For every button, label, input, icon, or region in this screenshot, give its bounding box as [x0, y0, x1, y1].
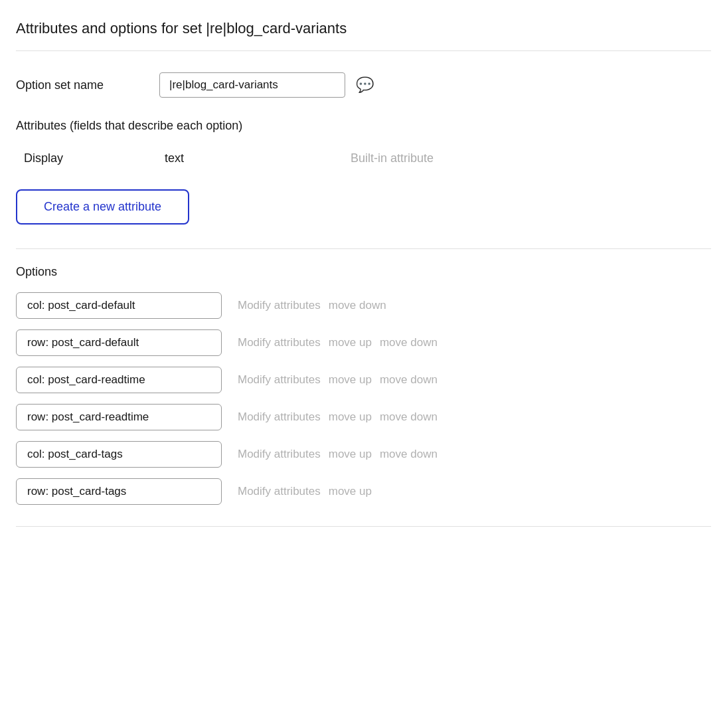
attributes-table: Display text Built-in attribute — [16, 146, 711, 171]
action-link-move-up[interactable]: move up — [329, 485, 372, 498]
options-heading: Options — [16, 265, 711, 279]
options-list: col: post_card-defaultModify attributesm… — [16, 292, 711, 505]
option-item: col: post_card-defaultModify attributesm… — [16, 292, 711, 319]
option-item: col: post_card-tagsModify attributesmove… — [16, 441, 711, 468]
option-set-name-input[interactable] — [159, 72, 345, 98]
option-set-name-row: Option set name 💬 — [16, 72, 711, 98]
action-link-move-down[interactable]: move down — [380, 373, 438, 387]
option-item: row: post_card-readtimeModify attributes… — [16, 404, 711, 430]
option-actions: Modify attributesmove upmove down — [238, 373, 438, 387]
action-link-Modify-attributes[interactable]: Modify attributes — [238, 410, 321, 424]
option-actions: Modify attributesmove up — [238, 485, 372, 498]
chat-icon[interactable]: 💬 — [356, 76, 374, 94]
attribute-type: text — [151, 151, 351, 165]
option-item: row: post_card-defaultModify attributesm… — [16, 329, 711, 356]
create-attribute-button[interactable]: Create a new attribute — [16, 189, 189, 225]
option-item: col: post_card-readtimeModify attributes… — [16, 367, 711, 393]
divider — [16, 248, 711, 249]
attribute-builtin-label: Built-in attribute — [351, 151, 434, 165]
action-link-move-down[interactable]: move down — [329, 299, 386, 312]
action-link-move-up[interactable]: move up — [329, 410, 372, 424]
option-set-name-label: Option set name — [16, 78, 149, 92]
action-link-move-down[interactable]: move down — [380, 410, 438, 424]
option-name-box: col: post_card-tags — [16, 441, 222, 468]
action-link-move-down[interactable]: move down — [380, 336, 438, 349]
option-name-box: row: post_card-tags — [16, 478, 222, 505]
option-name-box: col: post_card-default — [16, 292, 222, 319]
option-actions: Modify attributesmove upmove down — [238, 336, 438, 349]
action-link-move-up[interactable]: move up — [329, 448, 372, 461]
action-link-Modify-attributes[interactable]: Modify attributes — [238, 448, 321, 461]
option-actions: Modify attributesmove upmove down — [238, 410, 438, 424]
option-actions: Modify attributesmove down — [238, 299, 386, 312]
action-link-move-up[interactable]: move up — [329, 336, 372, 349]
action-link-Modify-attributes[interactable]: Modify attributes — [238, 485, 321, 498]
option-name-box: row: post_card-default — [16, 329, 222, 356]
page-title: Attributes and options for set |re|blog_… — [16, 20, 711, 51]
bottom-divider — [16, 526, 711, 527]
action-link-Modify-attributes[interactable]: Modify attributes — [238, 373, 321, 387]
action-link-move-up[interactable]: move up — [329, 373, 372, 387]
action-link-move-down[interactable]: move down — [380, 448, 438, 461]
action-link-Modify-attributes[interactable]: Modify attributes — [238, 336, 321, 349]
attribute-name: Display — [19, 151, 151, 165]
option-item: row: post_card-tagsModify attributesmove… — [16, 478, 711, 505]
action-link-Modify-attributes[interactable]: Modify attributes — [238, 299, 321, 312]
attribute-row: Display text Built-in attribute — [16, 146, 711, 171]
option-name-box: row: post_card-readtime — [16, 404, 222, 430]
option-name-box: col: post_card-readtime — [16, 367, 222, 393]
option-actions: Modify attributesmove upmove down — [238, 448, 438, 461]
attributes-heading: Attributes (fields that describe each op… — [16, 119, 711, 133]
